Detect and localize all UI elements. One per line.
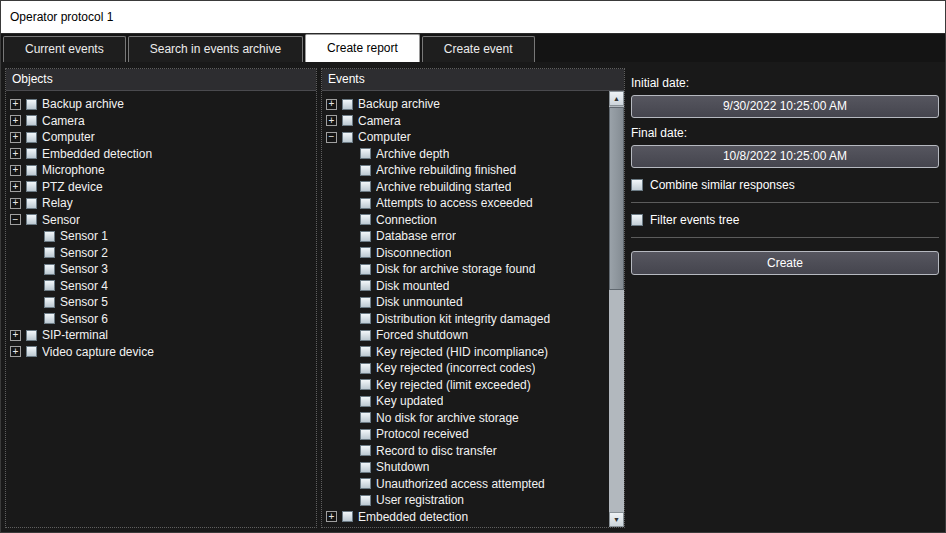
collapse-icon[interactable]: − (326, 132, 337, 143)
checkbox[interactable] (360, 379, 371, 390)
tree-item-user-registration[interactable]: User registration (322, 492, 608, 509)
tree-item-microphone[interactable]: +Microphone (6, 162, 316, 179)
collapse-icon[interactable]: − (10, 214, 21, 225)
combine-similar-responses-checkbox[interactable] (631, 179, 643, 191)
tab-create-event[interactable]: Create event (422, 36, 535, 62)
tree-item-embedded-detection[interactable]: +Embedded detection (6, 146, 316, 163)
checkbox[interactable] (26, 99, 37, 110)
tree-item-computer[interactable]: +Computer (6, 129, 316, 146)
checkbox[interactable] (360, 280, 371, 291)
expand-icon[interactable]: + (10, 148, 21, 159)
checkbox[interactable] (26, 346, 37, 357)
tree-item-sensor-1[interactable]: Sensor 1 (6, 228, 316, 245)
filter-events-tree-row[interactable]: Filter events tree (631, 203, 939, 238)
tree-item-shutdown[interactable]: Shutdown (322, 459, 608, 476)
checkbox[interactable] (360, 462, 371, 473)
tree-item-database-error[interactable]: Database error (322, 228, 608, 245)
checkbox[interactable] (360, 429, 371, 440)
expand-icon[interactable]: + (10, 115, 21, 126)
checkbox[interactable] (360, 165, 371, 176)
tree-item-sensor-3[interactable]: Sensor 3 (6, 261, 316, 278)
checkbox[interactable] (360, 363, 371, 374)
expand-icon[interactable]: + (326, 99, 337, 110)
checkbox[interactable] (360, 198, 371, 209)
checkbox[interactable] (360, 313, 371, 324)
tree-item-sensor-5[interactable]: Sensor 5 (6, 294, 316, 311)
tree-item-disk-for-archive-storage-found[interactable]: Disk for archive storage found (322, 261, 608, 278)
expand-icon[interactable]: + (10, 198, 21, 209)
tree-item-key-rejected-incorrect-codes[interactable]: Key rejected (incorrect codes) (322, 360, 608, 377)
checkbox[interactable] (360, 214, 371, 225)
tree-item-connection[interactable]: Connection (322, 212, 608, 229)
tree-item-disk-mounted[interactable]: Disk mounted (322, 278, 608, 295)
tree-item-embedded-detection[interactable]: +Embedded detection (322, 509, 608, 526)
tree-item-camera[interactable]: +Camera (6, 113, 316, 130)
checkbox[interactable] (342, 115, 353, 126)
checkbox[interactable] (342, 511, 353, 522)
scroll-down-icon[interactable]: ▼ (609, 512, 624, 527)
expand-icon[interactable]: + (10, 181, 21, 192)
checkbox[interactable] (342, 99, 353, 110)
tree-item-key-rejected-hid-incompliance[interactable]: Key rejected (HID incompliance) (322, 344, 608, 361)
tree-item-ptz-device[interactable]: +PTZ device (6, 179, 316, 196)
checkbox[interactable] (26, 115, 37, 126)
tree-item-archive-rebuilding-finished[interactable]: Archive rebuilding finished (322, 162, 608, 179)
tree-item-computer[interactable]: −Computer (322, 129, 608, 146)
tree-item-camera[interactable]: +Camera (322, 113, 608, 130)
checkbox[interactable] (44, 231, 55, 242)
checkbox[interactable] (26, 181, 37, 192)
tree-item-disk-unmounted[interactable]: Disk unmounted (322, 294, 608, 311)
filter-events-tree-checkbox[interactable] (631, 214, 643, 226)
expand-icon[interactable]: + (326, 511, 337, 522)
expand-icon[interactable]: + (10, 330, 21, 341)
tree-item-forced-shutdown[interactable]: Forced shutdown (322, 327, 608, 344)
tree-item-relay[interactable]: +Relay (6, 195, 316, 212)
tree-item-key-updated[interactable]: Key updated (322, 393, 608, 410)
checkbox[interactable] (360, 297, 371, 308)
tree-item-disconnection[interactable]: Disconnection (322, 245, 608, 262)
tree-item-video-capture-device[interactable]: +Video capture device (6, 344, 316, 361)
checkbox[interactable] (360, 231, 371, 242)
checkbox[interactable] (44, 313, 55, 324)
expand-icon[interactable]: + (10, 99, 21, 110)
checkbox[interactable] (44, 297, 55, 308)
checkbox[interactable] (26, 148, 37, 159)
tree-item-backup-archive[interactable]: +Backup archive (322, 96, 608, 113)
tree-item-archive-rebuilding-started[interactable]: Archive rebuilding started (322, 179, 608, 196)
checkbox[interactable] (360, 148, 371, 159)
checkbox[interactable] (44, 280, 55, 291)
checkbox[interactable] (360, 247, 371, 258)
initial-date-field[interactable]: 9/30/2022 10:25:00 AM (631, 95, 939, 118)
tab-search-in-events-archive[interactable]: Search in events archive (128, 36, 303, 62)
expand-icon[interactable]: + (10, 132, 21, 143)
tree-item-sensor-4[interactable]: Sensor 4 (6, 278, 316, 295)
checkbox[interactable] (44, 264, 55, 275)
window-titlebar[interactable]: Operator protocol 1 (1, 1, 945, 34)
tree-item-sensor-2[interactable]: Sensor 2 (6, 245, 316, 262)
tree-item-attempts-to-access-exceeded[interactable]: Attempts to access exceeded (322, 195, 608, 212)
checkbox[interactable] (360, 181, 371, 192)
combine-similar-responses-row[interactable]: Combine similar responses (631, 168, 939, 203)
tree-item-sip-terminal[interactable]: +SIP-terminal (6, 327, 316, 344)
tree-item-unauthorized-access-attempted[interactable]: Unauthorized access attempted (322, 476, 608, 493)
checkbox[interactable] (360, 495, 371, 506)
checkbox[interactable] (26, 165, 37, 176)
tree-item-protocol-received[interactable]: Protocol received (322, 426, 608, 443)
tab-create-report[interactable]: Create report (305, 34, 420, 62)
checkbox[interactable] (360, 396, 371, 407)
scroll-up-icon[interactable]: ▲ (609, 91, 624, 106)
expand-icon[interactable]: + (326, 115, 337, 126)
scrollbar-thumb[interactable] (609, 107, 624, 290)
tree-item-sensor[interactable]: −Sensor (6, 212, 316, 229)
checkbox[interactable] (360, 264, 371, 275)
final-date-field[interactable]: 10/8/2022 10:25:00 AM (631, 145, 939, 168)
tree-item-archive-depth[interactable]: Archive depth (322, 146, 608, 163)
checkbox[interactable] (26, 214, 37, 225)
tree-item-distribution-kit-integrity-damaged[interactable]: Distribution kit integrity damaged (322, 311, 608, 328)
checkbox[interactable] (26, 132, 37, 143)
tree-item-record-to-disc-transfer[interactable]: Record to disc transfer (322, 443, 608, 460)
checkbox[interactable] (26, 330, 37, 341)
tree-item-no-disk-for-archive-storage[interactable]: No disk for archive storage (322, 410, 608, 427)
checkbox[interactable] (360, 330, 371, 341)
checkbox[interactable] (360, 478, 371, 489)
